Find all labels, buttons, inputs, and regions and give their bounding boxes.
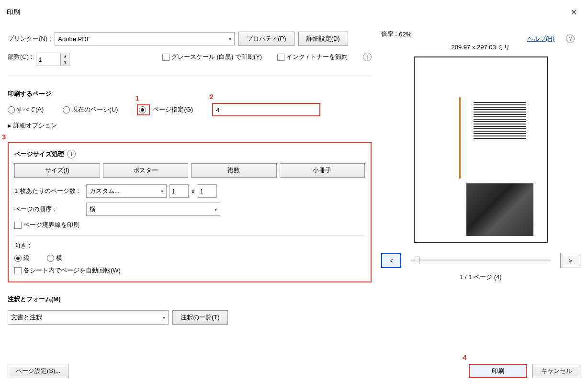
close-button[interactable]: ✕ bbox=[566, 5, 581, 20]
page-border-label: ページ境界線を印刷 bbox=[23, 221, 79, 229]
preview-image-placeholder bbox=[466, 183, 533, 236]
advanced-settings-button[interactable]: 詳細設定(D) bbox=[298, 32, 348, 46]
dialog-title: 印刷 bbox=[7, 8, 20, 17]
save-ink-checkbox[interactable]: インク / トナーを節約 bbox=[277, 53, 348, 61]
help-link[interactable]: ヘルプ(H) bbox=[527, 34, 554, 43]
preview-dimensions: 209.97 x 297.03 ミリ bbox=[381, 43, 580, 52]
page-counter: 1 / 1 ページ (4) bbox=[381, 273, 580, 282]
auto-rotate-label: 各シート内でページを自動回転(W) bbox=[23, 266, 121, 275]
grayscale-label: グレースケール (白黒) で印刷(Y) bbox=[171, 53, 262, 61]
auto-rotate-checkbox[interactable]: 各シート内でページを自動回転(W) bbox=[14, 266, 365, 275]
more-options-toggle[interactable]: ▶ 詳細オプション bbox=[8, 121, 372, 130]
printer-dropdown[interactable]: Adobe PDF ▾ bbox=[55, 32, 235, 45]
comments-list-button[interactable]: 注釈の一覧(T) bbox=[172, 310, 228, 325]
page-setup-button[interactable]: ページ設定(S)... bbox=[8, 364, 68, 378]
radio-landscape[interactable]: 横 bbox=[47, 254, 62, 262]
per-sheet-label: 1 枚あたりのページ数 : bbox=[14, 187, 86, 195]
scale-value: 62% bbox=[399, 31, 411, 38]
radio-all[interactable]: すべて(A) bbox=[8, 105, 44, 114]
x-separator: x bbox=[192, 188, 195, 195]
annotation-2: 2 bbox=[209, 92, 213, 101]
help-info-icon[interactable]: ? bbox=[566, 34, 575, 43]
chevron-down-icon: ▾ bbox=[215, 207, 217, 212]
multiple-button[interactable]: 複数 bbox=[191, 163, 277, 178]
chevron-down-icon: ▾ bbox=[161, 189, 163, 194]
sizing-heading: ページサイズ処理 bbox=[14, 150, 64, 158]
radio-current-label: 現在のページ(U) bbox=[72, 105, 118, 114]
sizing-info-icon[interactable]: i bbox=[67, 150, 76, 158]
next-page-button[interactable]: > bbox=[560, 253, 580, 268]
comments-value: 文書と注釈 bbox=[11, 313, 42, 322]
page-slider[interactable] bbox=[411, 259, 551, 261]
printer-label: プリンター(N) : bbox=[8, 34, 51, 43]
page-order-value: 横 bbox=[90, 205, 96, 214]
per-sheet-value: カスタム... bbox=[90, 187, 120, 195]
prev-page-button[interactable]: < bbox=[381, 253, 401, 268]
radio-current[interactable]: 現在のページ(U) bbox=[63, 105, 118, 114]
printer-value: Adobe PDF bbox=[58, 35, 90, 43]
copies-spinner[interactable]: ▲ ▼ bbox=[61, 53, 69, 66]
preview-pane bbox=[414, 56, 548, 243]
spin-up-icon[interactable]: ▲ bbox=[61, 53, 69, 59]
annotation-1: 1 bbox=[135, 94, 139, 102]
properties-button[interactable]: プロパティ(P) bbox=[238, 32, 294, 46]
pages-y-input[interactable] bbox=[198, 184, 217, 198]
portrait-label: 縦 bbox=[23, 254, 30, 262]
page-range-input[interactable] bbox=[212, 103, 320, 116]
size-button[interactable]: サイズ(I) bbox=[14, 163, 100, 178]
page-order-dropdown[interactable]: 横 ▾ bbox=[86, 203, 220, 216]
booklet-button[interactable]: 小冊子 bbox=[280, 163, 365, 178]
orientation-label: 向き : bbox=[14, 241, 365, 250]
triangle-right-icon: ▶ bbox=[8, 123, 11, 128]
scale-label: 倍率 : bbox=[381, 30, 397, 38]
save-ink-label: インク / トナーを節約 bbox=[286, 53, 348, 61]
copies-input[interactable] bbox=[36, 53, 61, 66]
more-options-label: 詳細オプション bbox=[13, 121, 57, 130]
grayscale-checkbox[interactable]: グレースケール (白黒) で印刷(Y) bbox=[162, 53, 262, 61]
radio-range[interactable] bbox=[137, 104, 150, 115]
landscape-label: 横 bbox=[56, 254, 62, 262]
pages-heading: 印刷するページ bbox=[8, 90, 372, 98]
print-button[interactable]: 印刷 bbox=[469, 364, 527, 378]
radio-range-label: ページ指定(G) bbox=[153, 105, 193, 114]
comments-dropdown[interactable]: 文書と注釈 ▾ bbox=[8, 310, 169, 325]
radio-all-label: すべて(A) bbox=[17, 105, 44, 114]
cancel-button[interactable]: キャンセル bbox=[532, 364, 580, 378]
copies-label: 部数(C) : bbox=[8, 53, 32, 61]
chevron-down-icon: ▾ bbox=[229, 36, 231, 42]
radio-portrait[interactable]: 縦 bbox=[14, 254, 30, 262]
annotation-4: 4 bbox=[463, 353, 466, 361]
poster-button[interactable]: ポスター bbox=[103, 163, 189, 178]
chevron-down-icon: ▾ bbox=[163, 315, 165, 320]
pages-x-input[interactable] bbox=[170, 184, 189, 198]
ink-info-icon[interactable]: i bbox=[363, 53, 372, 61]
page-border-checkbox[interactable]: ページ境界線を印刷 bbox=[14, 221, 365, 229]
annotation-3: 3 bbox=[2, 133, 6, 141]
page-order-label: ページの順序 : bbox=[14, 205, 86, 214]
per-sheet-dropdown[interactable]: カスタム... ▾ bbox=[86, 184, 167, 198]
comments-heading: 注釈とフォーム(M) bbox=[8, 295, 366, 304]
spin-down-icon[interactable]: ▼ bbox=[61, 59, 69, 66]
